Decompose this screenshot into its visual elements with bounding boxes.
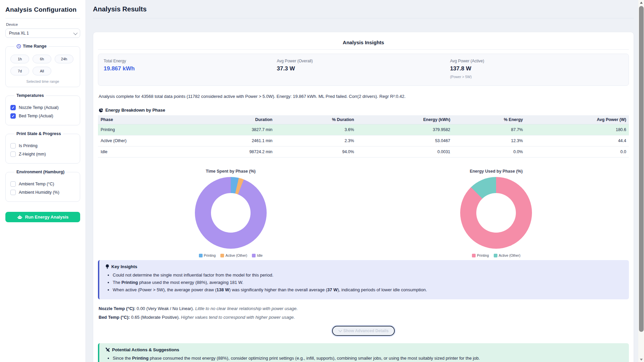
checkbox-label: Is Printing xyxy=(19,143,38,148)
tools-icon xyxy=(105,348,110,352)
pie-chart-icon xyxy=(99,108,103,113)
list-item: The Printing phase used the most energy … xyxy=(113,280,623,285)
suggestions-title: Potential Actions & Suggestions xyxy=(105,347,623,352)
time-spent-donut-chart: Time Spent by Phase (%) PrintingActive (… xyxy=(98,169,364,257)
main-content: Analysis Results Analysis Insights Total… xyxy=(86,0,638,362)
page-scrollbar[interactable] xyxy=(638,0,644,362)
device-select[interactable]: Prusa XL 1 xyxy=(5,28,80,38)
app-window: Analysis Configuration Device Prusa XL 1… xyxy=(0,0,644,362)
list-item: Could not determine the single most infl… xyxy=(113,273,623,278)
environment-checklist: Ambient Temp (°C)Ambient Humidity (%) xyxy=(10,181,76,195)
table-row: Idle98724.2 min94.0%0.00310.0%0.0 xyxy=(98,146,629,158)
legend-item: Active (Other) xyxy=(494,253,521,257)
energy-used-donut-chart: Energy Used by Phase (%) PrintingActive … xyxy=(364,169,629,257)
checkbox-unchecked[interactable] xyxy=(10,190,16,195)
donut-graphic xyxy=(195,177,267,249)
donut-graphic xyxy=(460,177,532,249)
checkbox-row[interactable]: Is Printing xyxy=(10,143,75,148)
divider xyxy=(98,49,629,50)
divider xyxy=(5,18,80,18)
correlation-line: Bed Temp (°C): 0.65 (Moderate Positive).… xyxy=(99,315,628,320)
environment-legend: Environment (Hamburg) xyxy=(14,170,66,174)
key-insights-list: Could not determine the single most infl… xyxy=(113,273,623,292)
legend-item: Printing xyxy=(199,253,216,257)
suggestions-list: Since the Printing phase consumed the mo… xyxy=(113,356,623,362)
legend-item: Active (Other) xyxy=(220,253,247,257)
key-insights-box: Key Insights Could not determine the sin… xyxy=(98,260,629,299)
table-row: Printing3827.7 min3.6%379.958287.7%180.6 xyxy=(98,124,629,135)
list-item: Since the Printing phase consumed the mo… xyxy=(113,356,623,361)
breakdown-section-header: Energy Breakdown by Phase xyxy=(99,108,629,113)
scrollbar-thumb[interactable] xyxy=(639,6,644,332)
checkbox-label: Ambient Humidity (%) xyxy=(19,190,59,195)
run-energy-analysis-button[interactable]: Run Energy Analysis xyxy=(5,212,80,222)
checkbox-label: Z-Height (mm) xyxy=(19,152,46,157)
page-title: Analysis Results xyxy=(93,5,634,13)
scrollbar-up-arrow[interactable] xyxy=(638,0,644,5)
time-range-1h[interactable]: 1h xyxy=(10,55,29,63)
checkbox-unchecked[interactable] xyxy=(10,143,16,148)
checkbox-unchecked[interactable] xyxy=(10,152,16,157)
analysis-summary: Analysis complete for 43568 total data p… xyxy=(99,94,628,99)
breakdown-table-head: PhaseDuration% DurationEnergy (kWh)% Ene… xyxy=(98,115,629,124)
temperatures-group: Temperatures ✓Nozzle Temp (Actual)✓Bed T… xyxy=(5,93,80,125)
checkbox-checked[interactable]: ✓ xyxy=(10,105,16,110)
correlation-line: Nozzle Temp (°C): 0.00 (Very Weak / No L… xyxy=(99,306,628,311)
print-state-checklist: Is PrintingZ-Height (mm) xyxy=(10,143,76,157)
show-advanced-details-button[interactable]: Show Advanced Details xyxy=(332,326,395,336)
list-item: When active (Power > 5W), the average po… xyxy=(113,287,623,292)
insights-card-title: Analysis Insights xyxy=(98,40,629,45)
stat-cell: Total Energy19.867 kWh xyxy=(104,59,277,79)
temperatures-checklist: ✓Nozzle Temp (Actual)✓Bed Temp (Actual) xyxy=(10,105,76,119)
robot-icon xyxy=(17,215,22,220)
scrollbar-down-arrow[interactable] xyxy=(638,357,644,362)
table-row: Active (Other)2461.1 min2.3%53.046712.3%… xyxy=(98,135,629,146)
clock-icon xyxy=(16,44,21,49)
checkbox-row[interactable]: Z-Height (mm) xyxy=(10,152,75,157)
time-range-7d[interactable]: 7d xyxy=(10,67,29,75)
checkbox-row[interactable]: ✓Bed Temp (Actual) xyxy=(10,113,75,119)
sidebar-title: Analysis Configuration xyxy=(5,5,80,13)
checkbox-label: Ambient Temp (°C) xyxy=(19,182,54,186)
time-range-24h[interactable]: 24h xyxy=(55,55,73,63)
key-insights-title: Key Insights xyxy=(105,264,623,269)
chevron-down-icon xyxy=(338,328,342,332)
checkbox-checked[interactable]: ✓ xyxy=(10,113,16,119)
chart-title: Time Spent by Phase (%) xyxy=(206,169,256,174)
stat-cell: Avg Power (Overall)37.3 W xyxy=(277,59,450,79)
time-range-legend: Time Range xyxy=(14,44,49,49)
time-range-6h[interactable]: 6h xyxy=(33,55,51,63)
suggestions-box: Potential Actions & Suggestions Since th… xyxy=(98,343,629,362)
time-range-pills: 1h6h24h7dAll xyxy=(10,55,75,75)
breakdown-table: PhaseDuration% DurationEnergy (kWh)% Ene… xyxy=(98,115,629,158)
checkbox-row[interactable]: Ambient Humidity (%) xyxy=(10,190,75,195)
analysis-insights-card: Analysis Insights Total Energy19.867 kWh… xyxy=(93,32,634,362)
lightbulb-icon xyxy=(105,264,109,269)
checkbox-row[interactable]: Ambient Temp (°C) xyxy=(10,181,75,187)
charts-row: Time Spent by Phase (%) PrintingActive (… xyxy=(98,169,629,257)
chevron-down-icon xyxy=(73,31,78,35)
print-state-group: Print State & Progress Is PrintingZ-Heig… xyxy=(5,131,80,164)
divider xyxy=(93,18,634,18)
legend-item: Idle xyxy=(252,253,263,257)
print-state-legend: Print State & Progress xyxy=(14,131,63,136)
chart-title: Energy Used by Phase (%) xyxy=(470,169,523,174)
time-range-hint: Selected time range xyxy=(10,79,76,83)
time-range-all[interactable]: All xyxy=(33,67,51,75)
sidebar: Analysis Configuration Device Prusa XL 1… xyxy=(0,0,86,362)
breakdown-table-body: Printing3827.7 min3.6%379.958287.7%180.6… xyxy=(98,124,629,158)
stat-cell: Avg Power (Active)137.8 W(Power > 5W) xyxy=(450,59,623,79)
temperatures-legend: Temperatures xyxy=(14,93,46,98)
checkbox-label: Nozzle Temp (Actual) xyxy=(19,105,59,110)
time-range-group: Time Range 1h6h24h7dAll Selected time ra… xyxy=(5,44,80,87)
device-select-value: Prusa XL 1 xyxy=(9,31,29,36)
legend-item: Printing xyxy=(472,253,489,257)
checkbox-unchecked[interactable] xyxy=(10,181,16,187)
stats-row: Total Energy19.867 kWhAvg Power (Overall… xyxy=(98,54,629,86)
checkbox-row[interactable]: ✓Nozzle Temp (Actual) xyxy=(10,105,75,110)
advanced-button-row: Show Advanced Details xyxy=(98,326,629,336)
chart-legend: PrintingActive (Other) xyxy=(472,253,520,257)
device-label: Device xyxy=(6,22,80,26)
chart-legend: PrintingActive (Other)Idle xyxy=(199,253,263,257)
checkbox-label: Bed Temp (Actual) xyxy=(19,114,53,118)
